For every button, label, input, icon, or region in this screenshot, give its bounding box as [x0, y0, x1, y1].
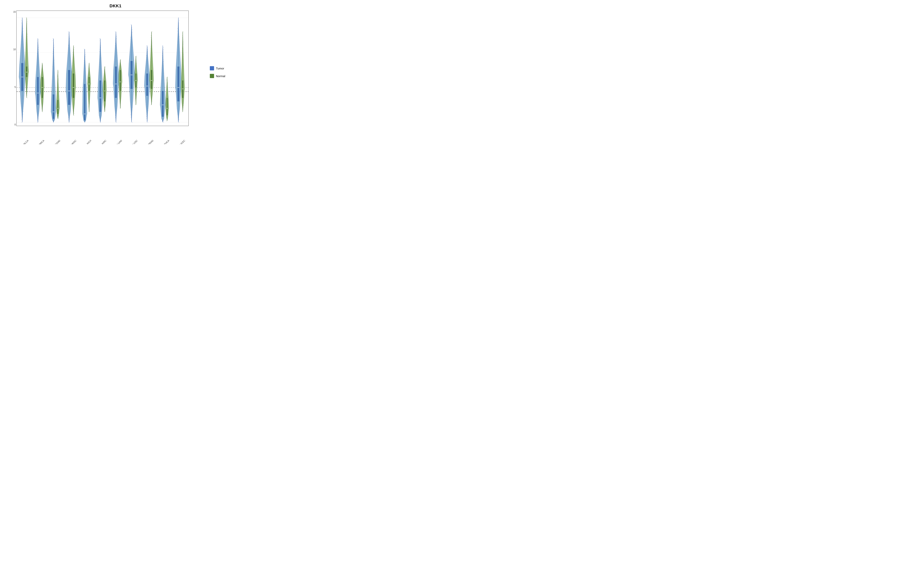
svg-point-887 — [179, 119, 179, 120]
svg-rect-750 — [146, 74, 148, 96]
y-tick-0: 0 — [15, 123, 16, 126]
svg-point-624 — [131, 117, 131, 118]
svg-point-479 — [99, 52, 100, 52]
svg-point-446 — [100, 122, 101, 122]
svg-point-966 — [182, 38, 183, 38]
svg-point-53 — [26, 92, 26, 92]
svg-point-886 — [179, 122, 179, 122]
svg-point-661 — [131, 24, 131, 25]
svg-rect-310 — [68, 70, 70, 105]
svg-point-579 — [121, 107, 121, 107]
svg-rect-222 — [53, 94, 54, 119]
svg-point-314 — [74, 115, 74, 116]
svg-point-176 — [42, 64, 43, 64]
svg-rect-882 — [166, 98, 168, 115]
svg-point-86 — [27, 24, 27, 24]
svg-point-308 — [68, 34, 68, 34]
svg-point-656 — [131, 37, 131, 37]
svg-point-668 — [136, 102, 137, 103]
svg-rect-266 — [57, 100, 58, 114]
svg-point-260 — [57, 76, 58, 77]
svg-point-571 — [116, 36, 117, 37]
svg-point-833 — [162, 53, 163, 54]
svg-point-529 — [105, 66, 105, 67]
svg-point-6 — [21, 122, 21, 122]
svg-point-95 — [37, 120, 37, 121]
svg-rect-354 — [73, 74, 74, 98]
x-label-blca: BLCA — [23, 139, 29, 144]
svg-rect-574 — [115, 66, 117, 98]
svg-point-305 — [70, 41, 70, 41]
svg-point-483 — [101, 43, 101, 43]
svg-point-351 — [74, 49, 74, 50]
svg-point-969 — [183, 32, 183, 32]
svg-point-829 — [163, 61, 164, 61]
svg-point-930 — [182, 112, 182, 112]
svg-point-878 — [166, 80, 167, 81]
svg-point-879 — [166, 79, 167, 79]
svg-point-793 — [152, 32, 152, 32]
svg-point-658 — [132, 32, 132, 32]
svg-point-923 — [179, 23, 179, 23]
svg-point-534 — [116, 122, 117, 122]
y-tick-5: 5 — [15, 86, 16, 89]
svg-point-570 — [116, 39, 117, 39]
svg-point-705 — [136, 56, 137, 56]
svg-point-391 — [84, 60, 84, 61]
x-label-kich: KICH — [86, 139, 92, 144]
x-label-hnsc: HNSC — [71, 139, 77, 144]
svg-point-9 — [23, 114, 23, 114]
chart-title: DKK1 — [0, 0, 231, 8]
svg-rect-486 — [100, 81, 101, 112]
svg-point-659 — [132, 30, 132, 30]
svg-point-403 — [89, 110, 90, 111]
svg-point-43 — [21, 23, 22, 23]
svg-point-263 — [58, 73, 58, 73]
svg-point-349 — [73, 53, 73, 53]
svg-point-138 — [42, 112, 43, 112]
svg-point-393 — [85, 56, 86, 57]
svg-point-964 — [183, 42, 183, 42]
svg-point-747 — [148, 50, 148, 50]
x-label-luad: LUAD — [116, 139, 123, 144]
svg-point-836 — [163, 47, 164, 48]
svg-point-221 — [53, 39, 53, 39]
y-tick-labels: 15 10 5 0 — [10, 11, 16, 126]
svg-point-617 — [121, 60, 121, 60]
svg-point-139 — [42, 110, 43, 111]
svg-point-967 — [182, 35, 182, 36]
svg-point-842 — [166, 121, 167, 121]
svg-point-491 — [105, 110, 105, 111]
legend-item-tumor: Tumor — [210, 66, 225, 70]
svg-point-214 — [53, 53, 53, 54]
svg-point-309 — [68, 32, 68, 32]
x-label-coad: COAD — [55, 139, 61, 144]
svg-point-261 — [57, 75, 58, 75]
svg-point-921 — [177, 28, 178, 29]
svg-rect-926 — [178, 66, 179, 102]
svg-rect-794 — [151, 70, 152, 89]
svg-point-754 — [151, 105, 151, 105]
svg-rect-398 — [84, 84, 85, 120]
x-label-lusc: LUSC — [132, 139, 138, 144]
svg-point-832 — [162, 55, 162, 56]
svg-point-790 — [151, 37, 151, 37]
svg-point-10 — [23, 111, 23, 112]
legend-box-tumor — [210, 66, 214, 70]
svg-rect-838 — [162, 91, 164, 117]
svg-point-920 — [178, 31, 178, 31]
svg-point-798 — [163, 122, 164, 122]
svg-point-881 — [167, 77, 168, 77]
svg-point-84 — [26, 28, 26, 28]
svg-point-271 — [68, 120, 68, 120]
svg-point-94 — [37, 122, 37, 122]
svg-point-713 — [146, 116, 147, 116]
svg-point-315 — [74, 113, 74, 114]
svg-point-220 — [53, 40, 53, 41]
svg-point-7 — [21, 119, 21, 120]
svg-point-616 — [121, 61, 121, 61]
svg-point-129 — [39, 47, 39, 47]
y-tick-10: 10 — [13, 48, 16, 51]
svg-point-484 — [100, 40, 100, 41]
svg-point-89 — [26, 18, 27, 18]
